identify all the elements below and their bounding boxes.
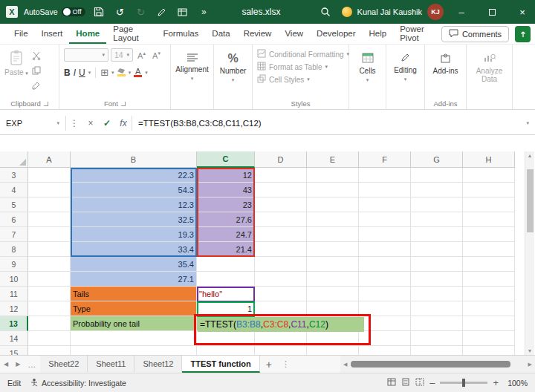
avatar[interactable]: KJ (427, 4, 444, 20)
cell-H12[interactable] (463, 301, 515, 316)
sheet-tab-ttest-function[interactable]: TTEST function (182, 356, 259, 373)
cell-F7[interactable] (359, 227, 411, 242)
zoom-slider[interactable] (440, 382, 487, 384)
cell-D9[interactable] (255, 257, 307, 272)
select-all-button[interactable] (0, 151, 28, 168)
cell-F14[interactable] (359, 331, 411, 346)
cell-G7[interactable] (411, 227, 463, 242)
ribbon-tab-formulas[interactable]: Formulas (156, 24, 205, 44)
cell-E3[interactable] (307, 168, 359, 183)
cell-D12[interactable] (255, 301, 307, 316)
font-size-select[interactable]: 14▾ (111, 48, 133, 62)
cell-A12[interactable] (28, 301, 71, 316)
cell-F8[interactable] (359, 242, 411, 257)
addins-button[interactable]: Add-ins (429, 48, 461, 97)
cell-F12[interactable] (359, 301, 411, 316)
zoom-out-button[interactable]: – (429, 377, 435, 388)
vertical-scrollbar[interactable]: ▲ ▼ (525, 151, 534, 355)
cell-C5[interactable]: 23 (197, 197, 255, 212)
cell-B13[interactable]: Probability one tail (71, 316, 197, 331)
cell-A6[interactable] (28, 212, 71, 227)
cell-F13[interactable] (359, 316, 411, 331)
cell-D6[interactable] (255, 212, 307, 227)
enter-icon[interactable]: ✓ (99, 118, 115, 128)
cell-C6[interactable]: 27.6 (197, 212, 255, 227)
cell-C3[interactable]: 12 (197, 168, 255, 183)
document-title[interactable]: sales.xlsx (241, 7, 280, 17)
sheet-nav-right-icon[interactable]: ▶ (12, 356, 24, 373)
underline-button[interactable]: U (79, 68, 85, 78)
row-header-7[interactable]: 7 (0, 227, 28, 242)
sheet-tab-sheet22[interactable]: Sheet22 (40, 356, 88, 373)
view-page-break-icon[interactable] (415, 378, 424, 388)
cell-B12[interactable]: Type (71, 301, 197, 316)
pen-tool-icon[interactable] (154, 3, 169, 21)
ribbon-tab-help[interactable]: Help (363, 24, 394, 44)
row-header-4[interactable]: 4 (0, 183, 28, 197)
ribbon-tab-developer[interactable]: Developer (310, 24, 362, 44)
format-as-table-button[interactable]: Format as Table▾ (257, 62, 344, 72)
cancel-icon[interactable]: × (82, 118, 99, 128)
row-header-14[interactable]: 14 (0, 331, 28, 346)
cell-B8[interactable]: 33.4 (71, 242, 197, 257)
scroll-right-icon[interactable]: ▶ (528, 362, 532, 368)
ribbon-tab-data[interactable]: Data (205, 24, 236, 44)
cell-E7[interactable] (307, 227, 359, 242)
cell-B14[interactable] (71, 331, 197, 346)
cell-E10[interactable] (307, 272, 359, 287)
row-header-11[interactable]: 11 (0, 287, 28, 301)
conditional-formatting-button[interactable]: Conditional Formatting▾ (257, 49, 344, 59)
row-header-5[interactable]: 5 (0, 197, 28, 212)
column-header-B[interactable]: B (71, 151, 197, 168)
font-dialog-launcher[interactable] (121, 102, 126, 106)
cell-B4[interactable]: 54.3 (71, 183, 197, 197)
cell-E11[interactable] (307, 287, 359, 301)
cell-G8[interactable] (411, 242, 463, 257)
cell-G6[interactable] (411, 212, 463, 227)
cell-G10[interactable] (411, 272, 463, 287)
cell-H11[interactable] (463, 287, 515, 301)
column-header-G[interactable]: G (411, 151, 463, 168)
cell-C9[interactable] (197, 257, 255, 272)
cell-D8[interactable] (255, 242, 307, 257)
cell-F4[interactable] (359, 183, 411, 197)
cell-B5[interactable]: 12.3 (71, 197, 197, 212)
cell-G3[interactable] (411, 168, 463, 183)
cell-A10[interactable] (28, 272, 71, 287)
cell-styles-button[interactable]: Cell Styles▾ (257, 74, 344, 85)
share-button[interactable] (515, 26, 531, 42)
cell-C4[interactable]: 43 (197, 183, 255, 197)
cell-F5[interactable] (359, 197, 411, 212)
fill-color-icon[interactable] (117, 68, 126, 76)
column-header-F[interactable]: F (359, 151, 411, 168)
row-header-15[interactable]: 15 (0, 346, 28, 355)
toolbar-overflow-icon[interactable]: » (195, 3, 210, 21)
table-tool-icon[interactable] (175, 3, 189, 21)
cell-C7[interactable]: 24.7 (197, 227, 255, 242)
increase-font-icon[interactable]: A▴ (135, 50, 148, 60)
row-header-9[interactable]: 9 (0, 257, 28, 272)
cell-E12[interactable] (307, 301, 359, 316)
cell-A3[interactable] (28, 168, 71, 183)
column-header-C[interactable]: C (197, 151, 255, 168)
cell-A15[interactable] (28, 346, 71, 355)
autosave-toggle[interactable]: AutoSave Off (24, 7, 85, 16)
cell-C8[interactable]: 21.4 (197, 242, 255, 257)
cell-B6[interactable]: 32.5 (71, 212, 197, 227)
cell-B11[interactable]: Tails (71, 287, 197, 301)
zoom-in-button[interactable]: + (493, 377, 499, 388)
column-header-H[interactable]: H (463, 151, 515, 168)
cell-B3[interactable]: 22.3 (71, 168, 197, 183)
cell-B7[interactable]: 19.3 (71, 227, 197, 242)
cell-G9[interactable] (411, 257, 463, 272)
cell-H9[interactable] (463, 257, 515, 272)
cell-E6[interactable] (307, 212, 359, 227)
sheet-list-icon[interactable]: … (24, 356, 40, 373)
cell-E15[interactable] (307, 346, 359, 355)
clipboard-dialog-launcher[interactable] (44, 102, 48, 106)
cell-H10[interactable] (463, 272, 515, 287)
save-icon[interactable] (91, 3, 106, 21)
cell-G4[interactable] (411, 183, 463, 197)
editing-button[interactable]: Editing ▾ (391, 48, 420, 97)
font-color-icon[interactable]: A (134, 68, 142, 77)
